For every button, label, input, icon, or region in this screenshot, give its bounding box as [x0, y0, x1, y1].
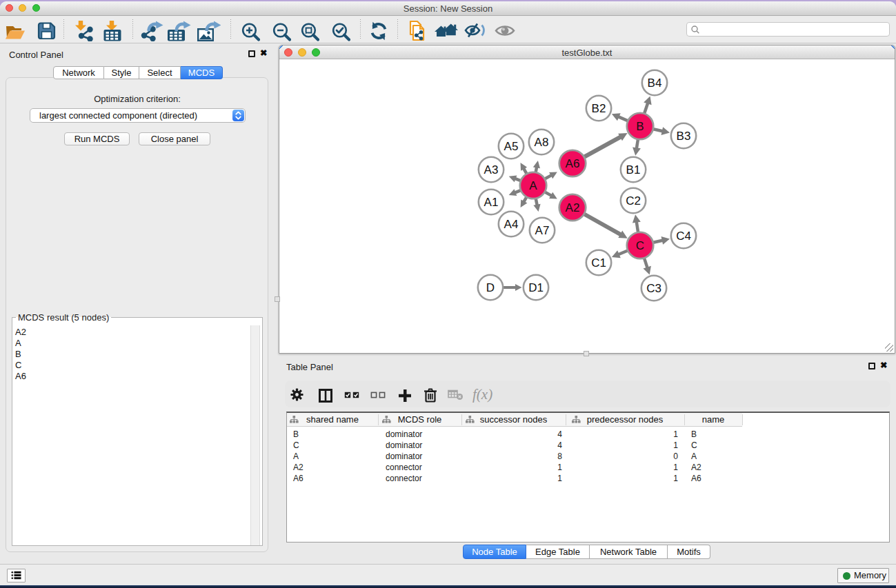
svg-text:D1: D1 — [528, 281, 544, 294]
svg-text:B: B — [636, 120, 644, 133]
svg-text:A1: A1 — [484, 196, 499, 209]
svg-text:A3: A3 — [484, 163, 499, 176]
svg-text:A4: A4 — [504, 218, 519, 231]
svg-text:A7: A7 — [535, 224, 550, 237]
svg-text:B1: B1 — [626, 163, 641, 176]
svg-text:C2: C2 — [626, 194, 641, 207]
svg-text:D: D — [486, 281, 495, 294]
svg-text:C3: C3 — [646, 282, 661, 295]
svg-text:C1: C1 — [591, 256, 606, 270]
svg-text:A5: A5 — [504, 140, 519, 153]
svg-text:B3: B3 — [677, 130, 691, 143]
svg-text:C: C — [636, 239, 644, 252]
svg-text:B4: B4 — [648, 77, 662, 90]
svg-text:A8: A8 — [535, 136, 549, 149]
svg-text:A2: A2 — [566, 201, 580, 214]
svg-text:C4: C4 — [676, 230, 691, 243]
svg-text:B2: B2 — [592, 102, 606, 115]
svg-text:A: A — [529, 179, 537, 192]
svg-text:A6: A6 — [566, 157, 580, 170]
